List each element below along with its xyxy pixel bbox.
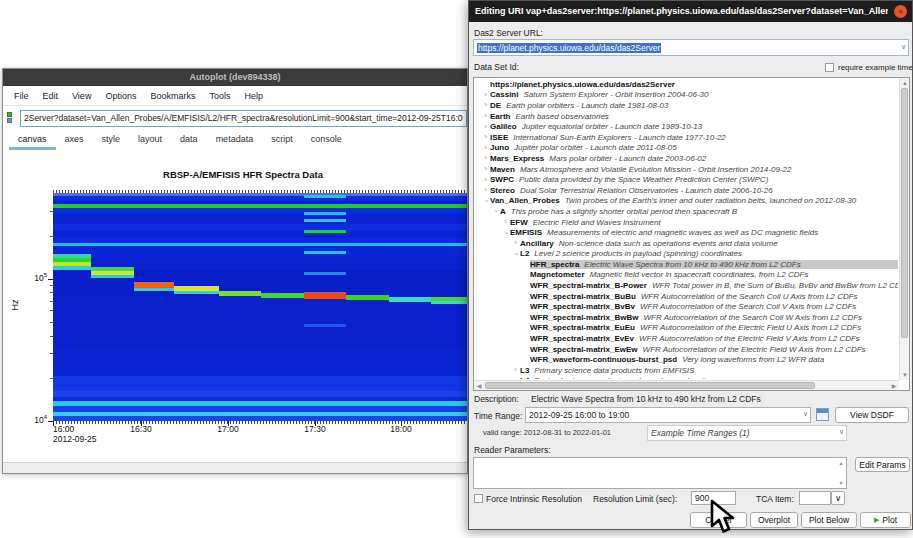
tree-item-wfr_spectral-matrix_b-power[interactable]: WFR_spectral-matrix_B-PowerWFR Total pow… — [475, 280, 898, 291]
tree-item-wfr_spectral-matrix_evev[interactable]: WFR_spectral-matrix_EvEvWFR Autocorrelat… — [475, 333, 898, 344]
tree-item-a[interactable]: ›AThis probe has a slightly shorter orbi… — [475, 206, 898, 217]
tree-item-juno[interactable]: ›JunoJupiter polar orbiter - Launch date… — [475, 143, 898, 154]
time-range-combo[interactable]: 2012-09-25 16:00 to 19:00 ∨ — [525, 407, 811, 423]
example-time-ranges-combo[interactable]: Example Time Ranges (1) ∨ — [647, 425, 847, 441]
tree-item-swpc[interactable]: ›SWPCPublic data provided by the Space W… — [475, 174, 898, 185]
expand-icon[interactable]: › — [481, 122, 490, 132]
plot-button[interactable]: ▶ Plot — [860, 512, 911, 528]
das2-url-combo[interactable]: https://planet.physics.uiowa.edu/das/das… — [473, 39, 909, 56]
tree-item-van_allen_probes[interactable]: ›Van_Allen_ProbesTwin probes of the Eart… — [475, 196, 898, 207]
reader-params-textarea[interactable]: ▲ ▼ — [473, 457, 847, 489]
tree-item-emfisis[interactable]: ›EMFISISMeasurements of electric and mag… — [475, 227, 898, 238]
tree-item-wfr_spectral-matrix_eueu[interactable]: WFR_spectral-matrix_EuEuWFR Autocorrelat… — [475, 323, 898, 334]
expand-icon[interactable]: › — [481, 143, 490, 153]
calendar-icon[interactable] — [816, 408, 829, 421]
overplot-button[interactable]: Overplot — [750, 512, 798, 528]
expand-icon[interactable]: › — [481, 90, 490, 100]
scroll-left-icon[interactable]: ◀ — [474, 381, 484, 391]
scroll-up-icon[interactable]: ▲ — [836, 458, 846, 468]
close-icon[interactable]: × — [894, 5, 907, 18]
tca-item-combo[interactable] — [799, 491, 831, 505]
tab-canvas[interactable]: canvas — [9, 131, 56, 150]
resolution-limit-input[interactable] — [691, 491, 736, 505]
tree-item-magnetometer[interactable]: MagnetometerMagnetic field vector in spa… — [475, 270, 898, 281]
tab-layout[interactable]: layout — [129, 131, 171, 150]
menu-view[interactable]: View — [65, 86, 98, 106]
tree-item-name: Stereo — [490, 186, 515, 195]
expand-icon[interactable]: › — [481, 164, 490, 174]
tree-item-name: WFR_spectral-matrix_B-Power — [530, 281, 647, 290]
scroll-down-icon[interactable]: ▼ — [900, 370, 910, 380]
expand-icon[interactable]: › — [481, 153, 490, 163]
expand-icon[interactable]: › — [481, 111, 490, 121]
collapse-icon[interactable]: › — [491, 207, 501, 216]
tree-item-l3[interactable]: ›L3Primary science data products from EM… — [475, 365, 898, 376]
tree-item-ancillary[interactable]: ›AncillaryNon-science data such as opera… — [475, 238, 898, 249]
tca-chevron-button[interactable]: ∨ — [831, 491, 845, 505]
tree-item-maven[interactable]: ›MavenMars Atmosphere and Volatile Evolu… — [475, 164, 898, 175]
expand-icon[interactable]: › — [511, 238, 520, 248]
tree-item-description: Mars Atmosphere and Volatile Evolution M… — [520, 165, 792, 174]
expand-icon[interactable]: › — [481, 185, 490, 195]
tree-vertical-scrollbar[interactable]: ▲ ▼ — [899, 78, 909, 380]
vertical-scroll-thumb[interactable] — [901, 88, 908, 338]
expand-icon[interactable]: › — [501, 217, 510, 227]
spectrogram[interactable] — [53, 193, 467, 421]
edit-params-button[interactable]: Edit Params — [855, 457, 910, 472]
tree-item-wfr_waveform-continuous-burst_psd[interactable]: WFR_waveform-continuous-burst_psdVery lo… — [475, 354, 898, 365]
tree-item-wfr_spectral-matrix_ewew[interactable]: WFR_spectral-matrix_EwEwWFR Autocorrelat… — [475, 344, 898, 355]
chevron-down-icon[interactable]: ∨ — [803, 410, 808, 418]
tree-item-de[interactable]: ›DEEarth polar orbiters - Launch date 19… — [475, 100, 898, 111]
tree-item-wfr_spectral-matrix_bubu[interactable]: WFR_spectral-matrix_BuBuWFR Autocorrelat… — [475, 291, 898, 302]
tree-item-wfr_spectral-matrix_bwbw[interactable]: WFR_spectral-matrix_BwBwWFR Autocorrelat… — [475, 312, 898, 323]
tree-item-httpsplanetphysicsuiowaedudasdas2server[interactable]: https://planet.physics.uiowa.edu/das/das… — [475, 79, 898, 90]
menu-file[interactable]: File — [7, 86, 36, 106]
require-example-time-checkbox[interactable] — [825, 63, 834, 72]
tree-item-l4[interactable]: ›L4Derived science products such as plas… — [475, 376, 898, 379]
uri-input[interactable] — [20, 110, 467, 127]
tab-axes[interactable]: axes — [56, 131, 93, 150]
tree-item-earth[interactable]: ›EarthEarth based observatories — [475, 111, 898, 122]
autoplot-titlebar[interactable]: Autoplot (dev894338) — [3, 69, 467, 86]
tab-metadata[interactable]: metadata — [207, 131, 263, 150]
collapse-icon[interactable]: › — [481, 196, 491, 205]
scroll-right-icon[interactable]: ▶ — [889, 381, 899, 391]
expand-icon[interactable]: › — [481, 175, 490, 185]
dialog-titlebar[interactable]: Editing URI vap+das2server:https://plane… — [469, 1, 912, 22]
tree-item-efw[interactable]: ›EFWElectric Field and Waves Instrument — [475, 217, 898, 228]
expand-icon[interactable]: › — [511, 376, 520, 379]
tab-data[interactable]: data — [171, 131, 207, 150]
horizontal-scroll-thumb[interactable] — [485, 382, 815, 389]
menu-help[interactable]: Help — [237, 86, 270, 106]
chevron-down-icon[interactable]: ∨ — [901, 43, 906, 51]
plot-below-button[interactable]: Plot Below — [801, 512, 857, 528]
tree-item-isee[interactable]: ›ISEEInternational Sun-Earth Explorers -… — [475, 132, 898, 143]
cancel-button[interactable]: Cancel — [690, 512, 747, 528]
chevron-down-icon[interactable]: ∨ — [839, 428, 844, 436]
tree-item-cassini[interactable]: ›CassiniSaturn System Explorer - Orbit I… — [475, 90, 898, 101]
menu-tools[interactable]: Tools — [202, 86, 237, 106]
tree-item-hfr_spectra[interactable]: HFR_spectraElectric Wave Spectra from 10… — [475, 259, 898, 270]
tree-item-galileo[interactable]: ›GalileoJupiter equatorial orbiter - Lau… — [475, 121, 898, 132]
expand-icon[interactable]: › — [511, 365, 520, 375]
collapse-icon[interactable]: › — [511, 249, 521, 258]
tree-horizontal-scrollbar[interactable]: ◀ ▶ — [474, 380, 899, 390]
expand-icon[interactable]: › — [481, 132, 490, 142]
force-intrinsic-checkbox[interactable] — [474, 494, 483, 503]
menu-options[interactable]: Options — [98, 86, 143, 106]
tree-item-l2[interactable]: ›L2Level 2 science products in payload (… — [475, 249, 898, 260]
tree-item-mars_express[interactable]: ›Mars_ExpressMars polar orbiter - Launch… — [475, 153, 898, 164]
tree-item-stereo[interactable]: ›StereoDual Solar Terrestrial Relation O… — [475, 185, 898, 196]
tab-script[interactable]: script — [262, 131, 302, 150]
view-dsdf-button[interactable]: View DSDF — [835, 407, 909, 423]
tab-style[interactable]: style — [93, 131, 130, 150]
tree-item-wfr_spectral-matrix_bvbv[interactable]: WFR_spectral-matrix_BvBvWFR Autocorrelat… — [475, 301, 898, 312]
menu-bookmarks[interactable]: Bookmarks — [143, 86, 202, 106]
expand-icon[interactable]: › — [481, 100, 490, 110]
scroll-up-icon[interactable]: ▲ — [900, 78, 910, 88]
menu-edit[interactable]: Edit — [36, 86, 66, 106]
collapse-icon[interactable]: › — [501, 228, 511, 237]
tree-item-body: CassiniSaturn System Explorer - Orbit In… — [490, 90, 898, 99]
scroll-down-icon[interactable]: ▼ — [836, 478, 846, 488]
tab-console[interactable]: console — [302, 131, 351, 150]
